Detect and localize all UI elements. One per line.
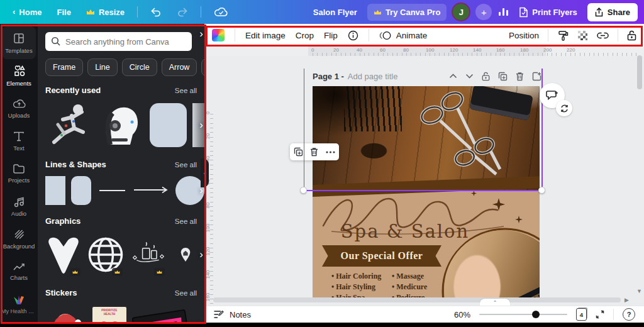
undo-button[interactable] bbox=[144, 4, 168, 21]
share-button[interactable]: Share bbox=[587, 3, 638, 21]
color-picker-swatch[interactable] bbox=[212, 29, 225, 42]
more-options-icon[interactable] bbox=[326, 151, 335, 153]
sidebar-item-projects[interactable]: Projects bbox=[0, 157, 38, 190]
transparency-icon[interactable] bbox=[577, 30, 588, 41]
my-health-logo-icon bbox=[12, 294, 26, 306]
graphic-heart-shape[interactable] bbox=[45, 232, 82, 277]
avatar[interactable]: J bbox=[453, 4, 469, 20]
shape-square[interactable] bbox=[45, 176, 65, 205]
see-all-link[interactable]: See all bbox=[175, 289, 197, 297]
scissors-photo[interactable] bbox=[313, 86, 540, 191]
delete-element-icon[interactable] bbox=[310, 147, 318, 157]
zoom-slider[interactable] bbox=[479, 314, 567, 315]
floating-element-toolbar bbox=[290, 143, 339, 160]
sidebar-item-my-health-app[interactable]: My Health C... bbox=[0, 288, 38, 321]
chip-frame[interactable]: Frame bbox=[45, 58, 83, 76]
print-flyers-button[interactable]: Print Flyers bbox=[515, 3, 581, 21]
see-all-link[interactable]: See all bbox=[175, 161, 197, 169]
fullscreen-icon[interactable] bbox=[596, 310, 604, 319]
chip-line[interactable]: Line bbox=[87, 58, 118, 76]
selection-handle-bottom-right[interactable] bbox=[538, 187, 545, 194]
add-member-button[interactable]: + bbox=[475, 4, 492, 20]
edit-image-button[interactable]: Edit image bbox=[245, 31, 286, 40]
sidebar-item-elements[interactable]: Elements bbox=[0, 59, 38, 92]
duplicate-page-icon[interactable] bbox=[498, 72, 508, 81]
try-canva-pro-button[interactable]: Try Canva Pro bbox=[367, 4, 447, 21]
recent-next-chevron-icon[interactable]: › bbox=[199, 119, 203, 131]
notes-button[interactable]: Notes bbox=[213, 310, 251, 319]
design-page[interactable]: Spa & Salon Our Special Offer Hair Color… bbox=[313, 86, 540, 302]
chip-arrow[interactable]: Arrow bbox=[162, 58, 197, 76]
scroll-down-arrow-icon[interactable]: ▼ bbox=[636, 288, 642, 294]
page-title-placeholder[interactable]: Add page title bbox=[348, 72, 398, 81]
sidebar-label: My Health C... bbox=[1, 308, 36, 314]
lock-icon[interactable] bbox=[627, 30, 636, 41]
resize-button[interactable]: Resize bbox=[80, 4, 131, 21]
shape-arrow[interactable] bbox=[133, 185, 170, 196]
toolbar-divider bbox=[548, 29, 548, 42]
link-icon[interactable] bbox=[597, 32, 609, 39]
save-status-button[interactable] bbox=[208, 3, 234, 21]
scroll-right-arrow-icon[interactable]: ▶ bbox=[625, 297, 629, 303]
move-page-down-icon[interactable] bbox=[465, 74, 474, 79]
lock-page-icon[interactable] bbox=[482, 72, 490, 81]
section-title: Recently used bbox=[45, 86, 101, 95]
grid-view-button[interactable]: 4 bbox=[576, 308, 587, 321]
sticker-subscribe[interactable]: SUBSCRIBE bbox=[131, 309, 189, 323]
rotate-button[interactable] bbox=[556, 100, 572, 116]
copy-style-roller-icon[interactable] bbox=[557, 30, 569, 41]
sidebar-item-text[interactable]: Text bbox=[0, 125, 38, 157]
background-icon bbox=[13, 228, 25, 240]
file-button[interactable]: File bbox=[50, 4, 77, 21]
duplicate-element-icon[interactable] bbox=[294, 147, 303, 157]
shape-line[interactable] bbox=[99, 190, 125, 191]
crop-button[interactable]: Crop bbox=[296, 31, 314, 40]
sidebar-item-audio[interactable]: Audio bbox=[0, 190, 38, 223]
delete-page-icon[interactable] bbox=[516, 72, 524, 81]
position-button[interactable]: Position bbox=[509, 31, 539, 40]
graphic-globe[interactable] bbox=[87, 232, 124, 277]
sticker-santa[interactable] bbox=[45, 304, 86, 323]
graphic-candles[interactable] bbox=[130, 232, 166, 277]
sidebar-label: Projects bbox=[8, 177, 30, 184]
recent-thumb-rounded-square[interactable] bbox=[150, 103, 187, 147]
help-button[interactable]: ? bbox=[623, 308, 635, 321]
document-title[interactable]: Salon Flyer bbox=[313, 8, 357, 17]
sidebar-item-background[interactable]: Background bbox=[0, 223, 38, 255]
sidebar-label: Elements bbox=[6, 80, 31, 87]
graphics-next-chevron-icon[interactable]: › bbox=[199, 248, 203, 261]
sidebar-item-uploads[interactable]: Uploads bbox=[0, 92, 38, 125]
animate-button[interactable]: Animate bbox=[396, 31, 428, 40]
insights-chart-button[interactable] bbox=[498, 8, 509, 16]
panel-collapse-tab[interactable]: ‹ bbox=[201, 158, 209, 187]
search-bar bbox=[45, 32, 204, 51]
horizontal-scrollbar-thumb[interactable] bbox=[213, 297, 621, 302]
topbar-divider bbox=[137, 6, 138, 18]
move-page-up-icon[interactable] bbox=[449, 74, 457, 79]
recent-thumb-robot-head[interactable] bbox=[96, 101, 144, 150]
graphic-home-pin-partial[interactable] bbox=[172, 232, 191, 277]
search-input[interactable] bbox=[45, 32, 192, 51]
chip-circle[interactable]: Circle bbox=[122, 58, 157, 76]
sidebar-item-templates[interactable]: Templates bbox=[2, 26, 36, 59]
redo-button[interactable] bbox=[170, 4, 194, 21]
see-all-link[interactable]: See all bbox=[175, 218, 197, 225]
flip-button[interactable]: Flip bbox=[324, 31, 338, 40]
see-all-link[interactable]: See all bbox=[175, 87, 197, 94]
section-title: Graphics bbox=[45, 216, 80, 226]
vertical-scrollbar-thumb[interactable] bbox=[637, 55, 642, 89]
sparkle-icon bbox=[492, 198, 505, 211]
toolbar-divider bbox=[235, 29, 235, 42]
add-page-icon[interactable] bbox=[532, 72, 541, 81]
shape-rounded-square[interactable] bbox=[71, 176, 91, 205]
zoom-slider-handle[interactable] bbox=[532, 311, 540, 318]
home-button[interactable]: ‹ Home bbox=[6, 4, 48, 21]
selection-handle-bottom-left[interactable] bbox=[300, 187, 307, 194]
stickers-next-chevron-icon[interactable]: › bbox=[199, 319, 203, 323]
help-label: ? bbox=[627, 311, 631, 318]
sticker-prioritize-health[interactable]: PRIORITIZEHEALTH bbox=[91, 306, 128, 323]
sidebar-item-charts[interactable]: Charts bbox=[0, 255, 38, 288]
offer-banner[interactable]: Our Special Offer bbox=[322, 245, 441, 267]
info-icon[interactable] bbox=[348, 30, 358, 41]
recent-thumb-running-robot[interactable] bbox=[45, 101, 91, 150]
